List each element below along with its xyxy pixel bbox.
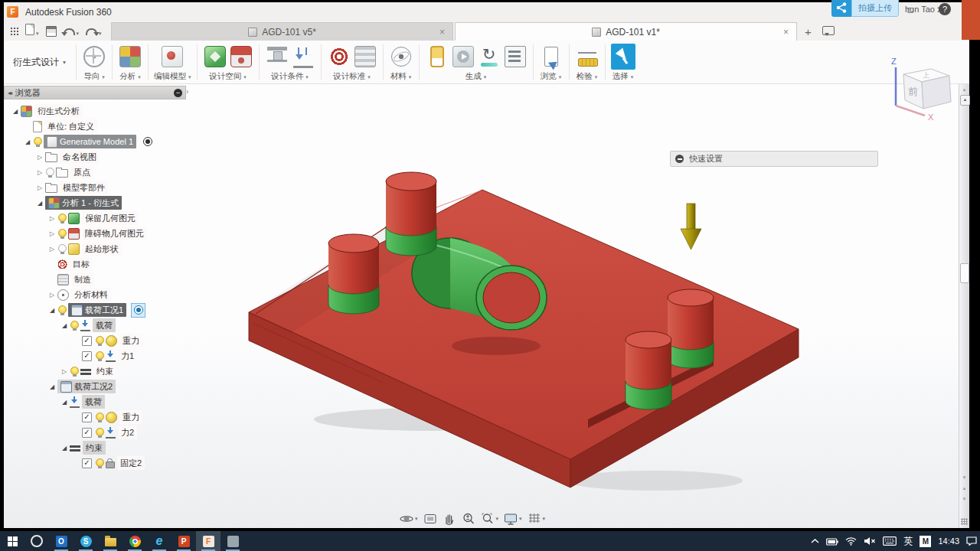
tree-row[interactable]: ✓固定2 xyxy=(4,455,197,471)
user-name[interactable]: hun Tao xyxy=(905,5,935,14)
touch-keyboard-icon[interactable] xyxy=(883,536,897,546)
toolbar-group-label[interactable]: 检验 xyxy=(577,71,598,82)
obstacle-cube-button[interactable] xyxy=(229,44,253,70)
tree-row[interactable]: ▷保留几何图元 xyxy=(4,210,197,226)
tree-item[interactable]: 命名视图 xyxy=(60,150,100,164)
toolbar-group-label[interactable]: 设计空间 xyxy=(209,71,247,82)
explore-button[interactable] xyxy=(539,44,564,70)
ime-mode-indicator[interactable]: M xyxy=(920,536,931,547)
tree-row[interactable]: ◢衍生式分析 xyxy=(4,103,197,119)
collapsed-expander-icon[interactable]: ▷ xyxy=(34,154,45,161)
tree-item[interactable]: 起始形状 xyxy=(82,242,122,256)
upload-badge[interactable]: 拍摄上传 xyxy=(831,0,899,17)
expanded-expander-icon[interactable]: ◢ xyxy=(59,322,70,329)
tree-row[interactable]: ◢载荷 xyxy=(4,394,197,409)
visibility-checkbox[interactable]: ✓ xyxy=(82,428,92,438)
measure-button[interactable] xyxy=(575,44,599,70)
tree-row[interactable]: 单位: 自定义 xyxy=(4,119,197,134)
view-cube[interactable]: Z X 前 上 xyxy=(880,54,963,126)
tab-close-icon[interactable]: × xyxy=(439,27,445,37)
look-at-button[interactable] xyxy=(423,512,437,526)
tree-item[interactable]: 约束 xyxy=(83,441,106,455)
quick-settings-bar[interactable]: 快速设置 xyxy=(670,151,878,167)
tree-row[interactable]: ▷原点 xyxy=(4,165,197,180)
activate-radio-button[interactable] xyxy=(131,303,145,318)
select-cursor-button[interactable] xyxy=(611,44,635,70)
collapse-panel-icon[interactable]: ◂◂ xyxy=(8,90,11,96)
orbit-button[interactable] xyxy=(400,512,418,526)
visibility-checkbox[interactable]: ✓ xyxy=(82,412,92,422)
expanded-expander-icon[interactable]: ◢ xyxy=(22,139,33,145)
guide-button[interactable] xyxy=(82,44,106,70)
tree-row[interactable]: ▷模型零部件 xyxy=(4,180,197,195)
visibility-checkbox[interactable]: ✓ xyxy=(82,336,92,346)
analyze-button[interactable] xyxy=(118,44,142,70)
toolbar-group-label[interactable]: 选择 xyxy=(612,71,634,82)
manufacturing-tool-button[interactable] xyxy=(353,44,377,70)
collapsed-expander-icon[interactable]: ▷ xyxy=(47,292,57,298)
tree-row[interactable]: 制造 xyxy=(4,272,197,287)
tree-row[interactable]: ✓力2 xyxy=(4,425,197,440)
tree-item[interactable]: 制造 xyxy=(71,272,94,286)
app-grid-icon[interactable] xyxy=(10,27,18,35)
toolbar-group-label[interactable]: 设计条件 xyxy=(271,71,309,82)
redo-button[interactable]: ▾ xyxy=(86,24,102,38)
expanded-expander-icon[interactable]: ◢ xyxy=(34,200,45,207)
tree-item[interactable]: 载荷工况1 xyxy=(68,303,126,317)
tree-item[interactable]: 力2 xyxy=(118,425,137,439)
comment-icon[interactable] xyxy=(822,26,835,35)
powerpoint-taskbar-button[interactable]: P xyxy=(172,531,196,551)
tree-item[interactable]: 模型零部件 xyxy=(60,181,108,194)
collapsed-expander-icon[interactable]: ▷ xyxy=(34,169,45,176)
scrollbar-thumb[interactable] xyxy=(960,263,969,283)
collapsed-expander-icon[interactable]: ▷ xyxy=(47,215,57,222)
scroll-up-button[interactable]: ▲ xyxy=(960,95,970,106)
tree-item[interactable]: 衍生式分析 xyxy=(34,104,83,118)
preserve-cube-button[interactable] xyxy=(203,44,227,70)
expanded-expander-icon[interactable]: ◢ xyxy=(59,445,70,452)
tree-row[interactable]: ◢分析 1 - 衍生式 xyxy=(4,195,197,210)
tree-row[interactable]: ✓力1 xyxy=(4,348,197,364)
tree-item[interactable]: 力1 xyxy=(118,349,137,363)
tree-item[interactable]: 约束 xyxy=(93,364,116,378)
show-hidden-icons-chevron[interactable] xyxy=(811,538,819,544)
update-button[interactable] xyxy=(477,44,501,70)
browser-header[interactable]: ◂◂ 浏览器 − xyxy=(4,86,186,99)
tree-item[interactable]: 载荷 xyxy=(93,318,116,332)
explorer-taskbar-button[interactable] xyxy=(98,531,122,551)
toolbar-group-label[interactable]: 编辑模型 xyxy=(154,71,191,82)
collapse-all-button[interactable]: − xyxy=(174,89,182,97)
activate-radio-button[interactable] xyxy=(141,135,154,148)
scroll-down-icon[interactable]: ▾ xyxy=(959,496,969,502)
help-button[interactable]: ? xyxy=(939,3,951,15)
canvas-scrollbar[interactable]: ▴ ▲ ▾ ▴ ▾ xyxy=(959,84,969,528)
scroll-chevron-up-icon[interactable]: ▴ xyxy=(959,86,969,93)
job-status-button[interactable] xyxy=(503,44,528,70)
document-tab[interactable]: AGD-101 v5*× xyxy=(111,22,453,41)
previewer-button[interactable] xyxy=(425,44,449,70)
tree-row[interactable]: ◢载荷 xyxy=(4,318,197,333)
objectives-tool-button[interactable] xyxy=(327,44,351,70)
grid-settings-button[interactable] xyxy=(528,512,546,526)
collapsed-expander-icon[interactable]: ▷ xyxy=(47,246,57,253)
cortana-taskbar-button[interactable] xyxy=(24,531,49,551)
collapsed-expander-icon[interactable]: ▷ xyxy=(47,230,57,237)
tree-row[interactable]: ◢载荷工况1 xyxy=(4,302,197,318)
visibility-checkbox[interactable]: ✓ xyxy=(82,351,92,361)
volume-muted-icon[interactable] xyxy=(864,536,876,546)
tree-row[interactable]: ◢载荷工况2 xyxy=(4,379,197,394)
fit-button[interactable] xyxy=(481,512,499,526)
toolbar-group-label[interactable]: 分析 xyxy=(119,71,141,82)
structural-load-button[interactable] xyxy=(291,44,315,70)
tree-item[interactable]: 固定2 xyxy=(117,456,145,470)
material-tool-button[interactable] xyxy=(389,44,413,70)
toolbar-group-label[interactable]: 设计标准 xyxy=(333,71,371,82)
visibility-checkbox[interactable]: ✓ xyxy=(82,458,92,468)
tree-item[interactable]: 原点 xyxy=(70,165,93,179)
snip-taskbar-button[interactable] xyxy=(220,531,245,551)
tree-item[interactable]: 载荷 xyxy=(82,395,105,409)
expanded-expander-icon[interactable]: ◢ xyxy=(47,307,57,314)
tree-item[interactable]: 重力 xyxy=(119,410,142,424)
collapsed-expander-icon[interactable]: ▷ xyxy=(34,184,45,191)
generate-play-button[interactable] xyxy=(451,44,475,70)
